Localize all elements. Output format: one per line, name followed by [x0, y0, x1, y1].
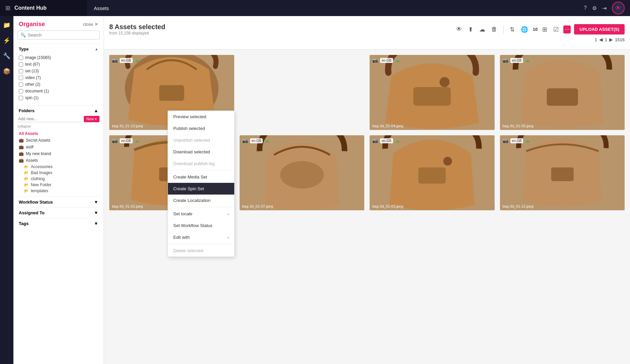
preview-icon-btn[interactable]: 👁: [455, 24, 463, 34]
delete-icon-btn[interactable]: 🗑: [490, 24, 499, 34]
folder-assets[interactable]: 💼 Assets: [17, 157, 100, 164]
tags-arrow: ▼: [94, 221, 98, 226]
menu-label-set-workflow: Set Workflow Status: [173, 223, 212, 228]
subfolder-accessories[interactable]: 📂 Accessories: [23, 164, 100, 170]
svg-point-5: [440, 77, 450, 87]
organise-title: Organise: [19, 21, 45, 28]
asset-image-8: [500, 135, 625, 202]
filter-checkbox-other[interactable]: [19, 82, 23, 87]
filter-checkbox-document[interactable]: [19, 89, 23, 93]
asset-card-4[interactable]: 📷 en-GB ☁ bag-3d_01-05.jpeg: [500, 55, 625, 130]
section-label: Assets: [94, 5, 109, 11]
menu-item-set-locale[interactable]: Set locale ›: [168, 208, 234, 220]
filter-checkbox-image[interactable]: [19, 56, 23, 60]
tools-icon[interactable]: 🔧: [2, 51, 12, 61]
organise-header: Organise close ✕: [13, 16, 104, 30]
menu-label-edit-with: Edit with: [173, 235, 190, 240]
camera-icon-1: 📷: [112, 58, 118, 63]
subfolder-bad-images[interactable]: 📂 Bad Images: [23, 170, 100, 176]
camera-icon-7: 📷: [372, 138, 378, 143]
upload-assets-btn[interactable]: UPLOAD ASSET(S): [574, 24, 625, 34]
settings-icon[interactable]: ⚙: [592, 5, 597, 11]
subfolder-templates[interactable]: 📂 templates: [23, 188, 100, 194]
asset-image-3: [370, 55, 495, 122]
cloud-icon-5: ☁: [135, 138, 139, 143]
cloud-icon-8: ☁: [525, 138, 530, 143]
asset-name-8: bag-3d_01-12.jpeg: [503, 204, 533, 208]
type-filter-arrow: ▲: [95, 47, 98, 51]
asset-card-8[interactable]: 📷 en-GB ☁ bag-3d_01-12.jpeg: [500, 135, 625, 210]
menu-item-create-spin-set[interactable]: Create Spin Set: [168, 183, 234, 195]
menu-label-create-localization: Create Localization: [173, 198, 210, 203]
subfolder-clothing[interactable]: 📂 clothing: [23, 176, 100, 182]
lang-badge-4: en-GB: [510, 58, 523, 63]
filter-checkbox-text[interactable]: [19, 62, 23, 67]
asset-card-3[interactable]: 📷 en-GB ☁ bag-3d_01-04.jpeg: [370, 55, 495, 130]
upload-icon-btn[interactable]: ⬆: [467, 24, 475, 34]
folder-asdf[interactable]: 💼 asdf: [17, 144, 100, 150]
grid-view-btn[interactable]: ⊞: [541, 24, 549, 34]
page-prev-btn[interactable]: ◀: [599, 37, 603, 42]
subfolder-new-folder[interactable]: 📂 New Folder: [23, 182, 100, 188]
menu-label-publish: Publish selected: [173, 126, 205, 131]
filter-checkbox-spin[interactable]: [19, 96, 23, 100]
folder-all-assets[interactable]: All Assets: [17, 130, 100, 137]
cloud-icon-btn[interactable]: ☁: [478, 24, 487, 34]
svg-rect-7: [547, 88, 578, 106]
subfolder-folder-icon-2: 📂: [24, 171, 29, 175]
search-input[interactable]: [28, 32, 97, 38]
menu-item-create-media-set[interactable]: Create Media Set: [168, 171, 234, 183]
grid-icon[interactable]: ⊞: [5, 4, 10, 12]
collapse-link[interactable]: collapse: [17, 124, 100, 128]
globe-icon-btn[interactable]: 🌐: [519, 24, 529, 34]
filter-label-spin: spin (1): [25, 95, 39, 100]
page-current: 1: [595, 37, 597, 42]
close-x-icon: ✕: [94, 22, 98, 27]
workflow-header[interactable]: Workflow Status ▼: [17, 197, 100, 207]
folder-secret-assets[interactable]: 💼 Secret Assets: [17, 137, 100, 144]
cloud-icon-4: ☁: [525, 58, 530, 63]
folder-my-new-brand[interactable]: 💼 My new brand: [17, 150, 100, 157]
avatar[interactable]: 👁: [612, 2, 625, 14]
lang-badge-8: en-GB: [510, 138, 523, 143]
menu-item-publish[interactable]: Publish selected: [168, 123, 234, 134]
tags-section: Tags ▼: [13, 218, 104, 229]
asset-card-6[interactable]: 📷 en-GB ☁ bag-3d_01-07.jpeg: [240, 135, 365, 210]
asset-name-7: bag-3d_01-03.jpeg: [372, 204, 403, 208]
page-next-btn[interactable]: ▶: [609, 37, 613, 42]
menu-item-edit-with[interactable]: Edit with ›: [168, 231, 234, 243]
selection-info: 8 Assets selected from 15,156 displayed: [109, 23, 165, 35]
logout-icon[interactable]: ⇥: [602, 5, 607, 11]
svg-rect-4: [413, 87, 451, 106]
menu-item-delete: Delete selected: [168, 245, 234, 257]
menu-item-download[interactable]: Download selected: [168, 146, 234, 158]
assigned-header[interactable]: Assigned To ▼: [17, 207, 100, 218]
folders-header[interactable]: Folders ▲: [17, 105, 100, 116]
subfolder-label-new-folder: New Folder: [31, 183, 51, 187]
menu-item-set-workflow[interactable]: Set Workflow Status: [168, 220, 234, 231]
menu-item-download-log: Download publish log: [168, 158, 234, 169]
check-btn[interactable]: ☑: [552, 24, 560, 34]
subfolder-label-templates: templates: [31, 189, 48, 193]
close-button[interactable]: close ✕: [83, 22, 98, 27]
filter-checkbox-set[interactable]: [19, 69, 23, 73]
more-options-btn[interactable]: ⋯: [563, 25, 571, 33]
box-icon[interactable]: 📦: [2, 66, 12, 76]
new-folder-button[interactable]: New ▾: [84, 116, 100, 122]
folder-icon[interactable]: 📁: [2, 20, 12, 30]
help-icon[interactable]: ?: [584, 5, 587, 11]
asset-image-4: [500, 55, 625, 122]
menu-item-preview[interactable]: Preview selected: [168, 111, 234, 123]
tags-header[interactable]: Tags ▼: [17, 218, 100, 229]
type-filter-header[interactable]: Type ▲: [17, 44, 100, 54]
filter-checkbox-video[interactable]: [19, 76, 23, 80]
sort-icon-btn[interactable]: ⇅: [508, 24, 516, 34]
folder-add-input[interactable]: [17, 116, 82, 122]
filter-icon[interactable]: ⚡: [2, 35, 12, 46]
workflow-label: Workflow Status: [19, 200, 53, 205]
filter-label-document: document (1): [25, 89, 49, 93]
menu-item-create-localization[interactable]: Create Localization: [168, 195, 234, 206]
type-filter-section: Type ▲ image (15065) text (67) set (13) …: [13, 44, 104, 105]
asset-card-header-6: 📷 en-GB ☁: [242, 138, 362, 143]
asset-card-7[interactable]: 📷 en-GB ☁ bag-3d_01-03.jpeg: [370, 135, 495, 210]
